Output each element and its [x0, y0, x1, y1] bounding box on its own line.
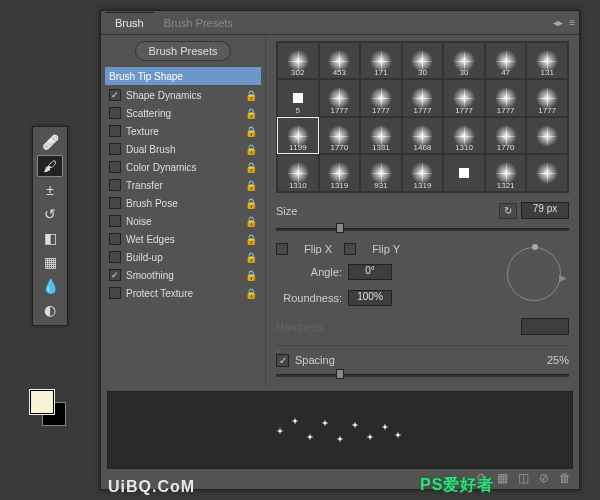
checkbox[interactable] — [109, 215, 121, 227]
brush-thumb[interactable]: 1777 — [485, 79, 527, 116]
menu-icon[interactable]: ≡ — [569, 17, 575, 28]
checkbox[interactable]: ✓ — [109, 89, 121, 101]
opt-noise[interactable]: Noise🔒 — [105, 212, 261, 230]
brush-presets-button[interactable]: Brush Presets — [135, 41, 230, 61]
brush-thumb[interactable]: 171 — [360, 42, 402, 79]
brush-thumb[interactable]: 1777 — [526, 79, 568, 116]
opt-scattering[interactable]: Scattering🔒 — [105, 104, 261, 122]
tab-brush[interactable]: Brush — [105, 12, 154, 33]
brush-thumb[interactable]: 1777 — [402, 79, 444, 116]
color-swatches — [30, 390, 70, 430]
brush-thumb[interactable]: 1319 — [319, 154, 361, 191]
spacing-input[interactable]: 25% — [547, 354, 569, 366]
checkbox[interactable] — [109, 287, 121, 299]
angle-input[interactable]: 0° — [348, 264, 392, 280]
checkbox[interactable] — [109, 143, 121, 155]
brush-thumb[interactable]: 30 — [443, 42, 485, 79]
tool-blur[interactable]: 💧 — [37, 275, 63, 297]
brush-thumb[interactable]: 302 — [277, 42, 319, 79]
opt-brush-pose[interactable]: Brush Pose🔒 — [105, 194, 261, 212]
size-row: Size ↻ 79 px — [276, 201, 569, 221]
fg-color[interactable] — [30, 390, 54, 414]
brush-thumb[interactable]: 1310 — [277, 154, 319, 191]
angle-widget[interactable]: ▶ — [499, 239, 569, 309]
tool-dodge[interactable]: ◐ — [37, 299, 63, 321]
lock-icon: 🔒 — [245, 270, 257, 281]
brush-thumb[interactable]: 131 — [526, 42, 568, 79]
brush-thumb[interactable]: 1777 — [319, 79, 361, 116]
collapse-icon[interactable]: ◂▸ — [553, 17, 563, 28]
checkbox[interactable] — [109, 161, 121, 173]
lock-icon: 🔒 — [245, 234, 257, 245]
checkbox[interactable] — [109, 197, 121, 209]
lock-icon: 🔒 — [245, 180, 257, 191]
opt-smoothing[interactable]: ✓Smoothing🔒 — [105, 266, 261, 284]
flipy-checkbox[interactable] — [344, 243, 356, 255]
footer-icon-3[interactable]: ⊘ — [539, 471, 549, 485]
checkbox[interactable] — [109, 233, 121, 245]
size-input[interactable]: 79 px — [521, 202, 569, 219]
brush-settings: 3024531713030471315177717771777177717771… — [266, 35, 579, 385]
brush-thumb[interactable]: 453 — [319, 42, 361, 79]
checkbox[interactable] — [109, 107, 121, 119]
lock-icon: 🔒 — [245, 126, 257, 137]
brush-thumb[interactable]: 931 — [360, 154, 402, 191]
hardness-label: Hardness — [276, 321, 354, 333]
checkbox[interactable]: ✓ — [109, 269, 121, 281]
brush-thumb[interactable] — [526, 154, 568, 191]
brush-thumb[interactable] — [443, 154, 485, 191]
brush-thumb[interactable]: 1310 — [443, 117, 485, 154]
tab-presets[interactable]: Brush Presets — [154, 13, 243, 33]
checkbox[interactable] — [109, 179, 121, 191]
tool-eraser[interactable]: ◧ — [37, 227, 63, 249]
brush-thumb[interactable]: 5 — [277, 79, 319, 116]
opt-transfer[interactable]: Transfer🔒 — [105, 176, 261, 194]
flipy-label: Flip Y — [372, 243, 400, 255]
tool-brush[interactable]: 🖌 — [37, 155, 63, 177]
footer-icon-4[interactable]: 🗑 — [559, 471, 571, 485]
opt-wet-edges[interactable]: Wet Edges🔒 — [105, 230, 261, 248]
opt-texture[interactable]: Texture🔒 — [105, 122, 261, 140]
lock-icon: 🔒 — [245, 288, 257, 299]
tool-stamp[interactable]: ± — [37, 179, 63, 201]
size-reset-button[interactable]: ↻ — [499, 203, 517, 219]
watermark-text: UiBQ.CoM — [108, 478, 195, 496]
brush-tip-grid: 3024531713030471315177717771777177717771… — [276, 41, 569, 193]
brush-thumb[interactable]: 30 — [402, 42, 444, 79]
opt-protect-texture[interactable]: Protect Texture🔒 — [105, 284, 261, 302]
spacing-slider[interactable] — [276, 367, 569, 381]
brush-thumb[interactable]: 1199 — [277, 117, 319, 154]
tool-history[interactable]: ↺ — [37, 203, 63, 225]
tool-gradient[interactable]: ▦ — [37, 251, 63, 273]
hardness-input — [521, 318, 569, 335]
opt-brush-tip-shape[interactable]: Brush Tip Shape — [105, 67, 261, 85]
brush-thumb[interactable]: 1381 — [360, 117, 402, 154]
brush-thumb[interactable]: 1770 — [485, 117, 527, 154]
opt-shape-dynamics[interactable]: ✓Shape Dynamics🔒 — [105, 86, 261, 104]
opt-dual-brush[interactable]: Dual Brush🔒 — [105, 140, 261, 158]
footer-icon-1[interactable]: ▦ — [497, 471, 508, 485]
brush-options-list: Brush Presets Brush Tip Shape ✓Shape Dyn… — [101, 35, 266, 385]
checkbox[interactable] — [109, 125, 121, 137]
hardness-row: Hardness — [276, 317, 569, 337]
spacing-checkbox[interactable]: ✓ — [276, 354, 289, 367]
brush-thumb[interactable]: 47 — [485, 42, 527, 79]
brush-thumb[interactable] — [526, 117, 568, 154]
brush-thumb[interactable]: 1468 — [402, 117, 444, 154]
flipx-checkbox[interactable] — [276, 243, 288, 255]
lock-icon: 🔒 — [245, 252, 257, 263]
checkbox[interactable] — [109, 251, 121, 263]
slider-handle[interactable] — [336, 369, 344, 379]
brush-thumb[interactable]: 1777 — [443, 79, 485, 116]
brush-thumb[interactable]: 1770 — [319, 117, 361, 154]
slider-handle[interactable] — [336, 223, 344, 233]
footer-icon-2[interactable]: ◫ — [518, 471, 529, 485]
opt-color-dynamics[interactable]: Color Dynamics🔒 — [105, 158, 261, 176]
tool-healing[interactable]: 🩹 — [37, 131, 63, 153]
roundness-input[interactable]: 100% — [348, 290, 392, 306]
size-slider[interactable] — [276, 221, 569, 235]
brush-thumb[interactable]: 1319 — [402, 154, 444, 191]
opt-build-up[interactable]: Build-up🔒 — [105, 248, 261, 266]
brush-thumb[interactable]: 1777 — [360, 79, 402, 116]
brush-thumb[interactable]: 1321 — [485, 154, 527, 191]
